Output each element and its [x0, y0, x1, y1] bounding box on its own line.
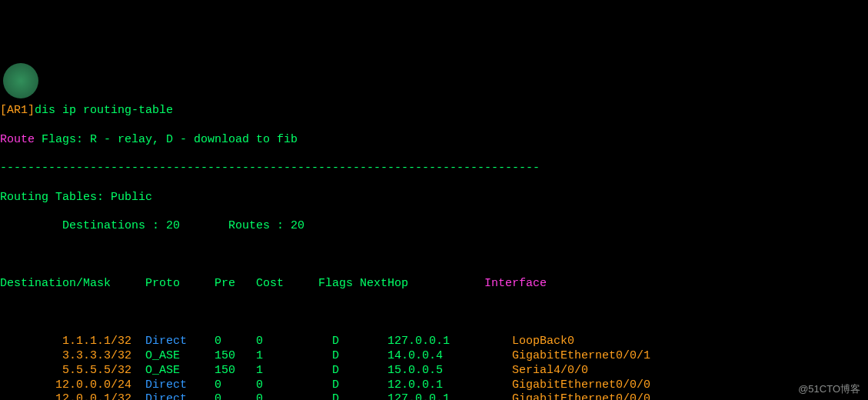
watermark: @51CTO博客 [798, 383, 860, 395]
divider: ----------------------------------------… [0, 162, 868, 176]
cell-destination: 5.5.5.5/32 [0, 364, 131, 378]
table-header-row: Destination/MaskProtoPreCostFlags NextHo… [0, 277, 868, 292]
table-row: 3.3.3.3/32O_ASE1501D14.0.0.4GigabitEther… [0, 349, 868, 364]
routes-label: Routes : [180, 219, 291, 232]
cell-cost: 1 [242, 349, 291, 364]
routes-value: 20 [291, 219, 304, 232]
prompt-hostname: [AR1] [0, 104, 35, 117]
header-destination: Destination/Mask [0, 277, 131, 292]
cell-flags: D [291, 335, 374, 349]
cell-interface: GigabitEthernet0/0/0 [498, 378, 650, 393]
cell-proto: Direct [131, 392, 208, 400]
cell-destination: 3.3.3.3/32 [0, 349, 131, 364]
cell-interface: Serial4/0/0 [498, 364, 588, 378]
cell-destination: 12.0.0.0/24 [0, 378, 131, 393]
route-label: Route [0, 133, 35, 146]
cell-interface: GigabitEthernet0/0/1 [498, 349, 650, 364]
cell-interface: LoopBack0 [498, 335, 574, 349]
table-row: 12.0.0.0/24Direct00D12.0.0.1GigabitEther… [0, 378, 868, 393]
header-interface: Interface [471, 277, 547, 292]
cell-proto: Direct [131, 378, 208, 393]
terminal-output: [AR1]dis ip routing-table Route Flags: R… [0, 90, 868, 401]
table-row: 12.0.0.1/32Direct00D127.0.0.1GigabitEthe… [0, 392, 868, 400]
cell-proto: O_ASE [131, 364, 208, 378]
cell-pre: 0 [208, 335, 242, 349]
routing-table-body: 1.1.1.1/32Direct00D127.0.0.1LoopBack03.3… [0, 335, 868, 400]
cell-nexthop: 14.0.0.4 [374, 349, 498, 364]
header-nexthop: NextHop [360, 277, 471, 292]
cell-flags: D [291, 349, 374, 364]
cell-cost: 0 [242, 378, 291, 393]
cell-destination: 12.0.0.1/32 [0, 392, 131, 400]
entered-command: dis ip routing-table [35, 104, 173, 117]
destinations-label: Destinations : [0, 219, 166, 232]
cell-pre: 150 [208, 364, 242, 378]
header-pre: Pre [208, 277, 242, 292]
cell-flags: D [291, 378, 374, 393]
header-proto: Proto [131, 277, 208, 292]
cell-interface: GigabitEthernet0/0/0 [498, 392, 650, 400]
cell-pre: 150 [208, 349, 242, 364]
cell-nexthop: 127.0.0.1 [374, 392, 498, 400]
table-row: 1.1.1.1/32Direct00D127.0.0.1LoopBack0 [0, 335, 868, 349]
cell-nexthop: 127.0.0.1 [374, 335, 498, 349]
cell-flags: D [291, 392, 374, 400]
cell-flags: D [291, 364, 374, 378]
flags-legend: Flags: R - relay, D - download to fib [35, 133, 298, 146]
cell-cost: 0 [242, 392, 291, 400]
cell-nexthop: 12.0.0.1 [374, 378, 498, 393]
cell-pre: 0 [208, 392, 242, 400]
routing-tables-label: Routing Tables: Public [0, 191, 868, 205]
cell-cost: 1 [242, 364, 291, 378]
cell-nexthop: 15.0.0.5 [374, 364, 498, 378]
header-cost: Cost [242, 277, 291, 292]
header-flags: Flags [291, 277, 360, 292]
cell-proto: Direct [131, 335, 208, 349]
cell-pre: 0 [208, 378, 242, 393]
cell-proto: O_ASE [131, 349, 208, 364]
cell-destination: 1.1.1.1/32 [0, 335, 131, 349]
table-row: 5.5.5.5/32O_ASE1501D15.0.0.5Serial4/0/0 [0, 364, 868, 378]
destinations-value: 20 [166, 219, 180, 232]
cell-cost: 0 [242, 335, 291, 349]
